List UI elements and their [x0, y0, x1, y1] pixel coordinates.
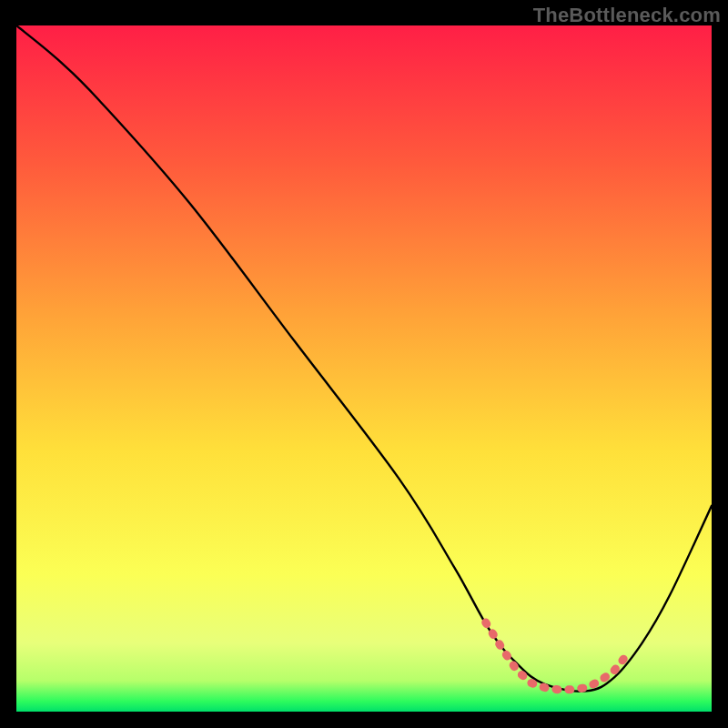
chart-background-gradient	[16, 25, 712, 712]
chart-container	[16, 25, 712, 712]
bottleneck-chart	[16, 25, 712, 712]
watermark-text: TheBottleneck.com	[533, 4, 721, 27]
